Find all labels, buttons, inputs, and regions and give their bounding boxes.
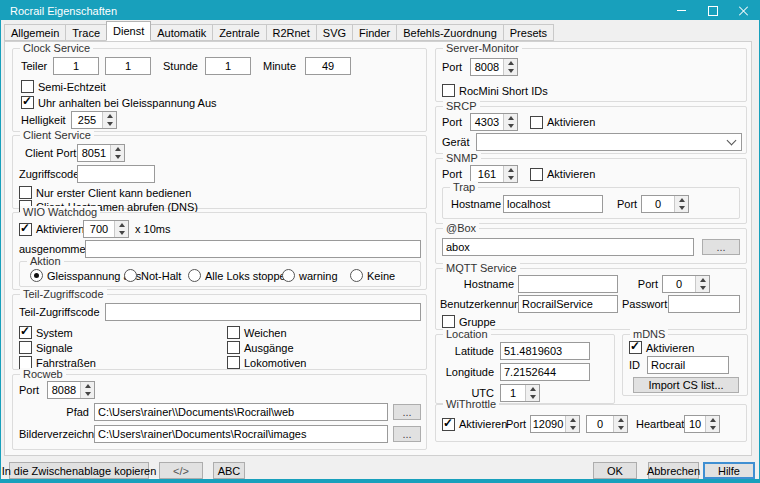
ausgaenge-checkbox[interactable]: Ausgänge bbox=[227, 341, 294, 354]
ausgenommen-field[interactable] bbox=[85, 240, 421, 258]
tab-presets[interactable]: Presets bbox=[503, 24, 554, 41]
srcp-aktivieren-checkbox[interactable]: Aktivieren bbox=[530, 116, 595, 129]
snmp-port-value[interactable] bbox=[471, 166, 503, 182]
radio-not-halt[interactable]: Not-Halt bbox=[124, 269, 181, 282]
tab-finder[interactable]: Finder bbox=[352, 24, 397, 41]
spinner-buttons[interactable] bbox=[503, 166, 517, 182]
radio-dot[interactable] bbox=[30, 269, 43, 282]
spinner-buttons[interactable] bbox=[565, 416, 579, 432]
trap-port-value[interactable] bbox=[642, 196, 674, 212]
checkbox-box[interactable] bbox=[629, 341, 642, 354]
checkbox-box[interactable] bbox=[442, 84, 455, 97]
withrottle-port2-value[interactable] bbox=[587, 416, 613, 432]
heartbeat-spinner[interactable] bbox=[684, 415, 720, 433]
passwort-field[interactable] bbox=[668, 295, 740, 313]
tab-automatik[interactable]: Automatik bbox=[150, 24, 213, 41]
withrottle-aktivieren-checkbox[interactable]: Aktivieren bbox=[442, 418, 504, 431]
spinner-buttons[interactable] bbox=[695, 276, 709, 292]
atbox-field[interactable] bbox=[442, 238, 694, 256]
lokomotiven-checkbox[interactable]: Lokomotiven bbox=[227, 356, 306, 369]
bilderverzeichnis-field[interactable] bbox=[94, 425, 388, 443]
longitude-field[interactable] bbox=[500, 363, 590, 381]
minute-field[interactable] bbox=[305, 57, 351, 75]
spinner-buttons[interactable] bbox=[613, 416, 627, 432]
teiler-field-2[interactable] bbox=[105, 57, 151, 75]
tab-trace[interactable]: Trace bbox=[65, 24, 107, 41]
code-button[interactable]: </> bbox=[159, 462, 203, 479]
radio-dot[interactable] bbox=[282, 269, 295, 282]
semi-echtzeit-checkbox[interactable]: Semi-Echtzeit bbox=[21, 80, 106, 93]
heartbeat-value[interactable] bbox=[685, 416, 705, 432]
help-button[interactable]: Hilfe bbox=[703, 462, 755, 479]
helligkeit-spinner[interactable] bbox=[71, 111, 117, 129]
withrottle-port2-spinner[interactable] bbox=[586, 415, 628, 433]
utc-value[interactable] bbox=[501, 385, 525, 401]
uhr-anhalten-checkbox[interactable]: Uhr anhalten bei Gleisspannung Aus bbox=[21, 96, 217, 109]
wio-timeout-value[interactable] bbox=[84, 221, 114, 237]
checkbox-box[interactable] bbox=[227, 356, 240, 369]
cancel-button[interactable]: Abbrechen bbox=[648, 462, 699, 479]
spinner-buttons[interactable] bbox=[503, 114, 517, 130]
wio-timeout-spinner[interactable] bbox=[83, 220, 129, 238]
spinner-buttons[interactable] bbox=[674, 196, 688, 212]
radio-keine[interactable]: Keine bbox=[350, 269, 395, 282]
abc-button[interactable]: ABC bbox=[213, 462, 245, 479]
snmp-aktivieren-checkbox[interactable]: Aktivieren bbox=[530, 168, 595, 181]
spinner-buttons[interactable] bbox=[705, 416, 719, 432]
benutzerkennung-field[interactable] bbox=[518, 295, 618, 313]
checkbox-box[interactable] bbox=[19, 326, 32, 339]
radio-alle-loks-stoppen[interactable]: Alle Loks stoppen bbox=[188, 269, 292, 282]
tab-allgemein[interactable]: Allgemein bbox=[4, 24, 66, 41]
checkbox-box[interactable] bbox=[442, 418, 455, 431]
withrottle-port-spinner[interactable] bbox=[530, 415, 580, 433]
checkbox-box[interactable] bbox=[442, 315, 455, 328]
tab-zentrale[interactable]: Zentrale bbox=[212, 24, 266, 41]
latitude-field[interactable] bbox=[500, 342, 590, 360]
rocweb-port-spinner[interactable] bbox=[47, 381, 95, 399]
stunde-field[interactable] bbox=[205, 57, 251, 75]
client-port-value[interactable] bbox=[78, 145, 110, 161]
withrottle-port-value[interactable] bbox=[531, 416, 565, 432]
system-checkbox[interactable]: System bbox=[19, 326, 73, 339]
spinner-buttons[interactable] bbox=[114, 221, 128, 237]
trap-hostname-field[interactable] bbox=[503, 195, 603, 213]
srcp-port-value[interactable] bbox=[471, 114, 503, 130]
client-port-spinner[interactable] bbox=[77, 144, 125, 162]
import-cs-list-button[interactable]: Import CS list... bbox=[633, 377, 739, 393]
maximize-button[interactable] bbox=[697, 1, 728, 20]
copy-to-clipboard-button[interactable]: In die Zwischenablage kopieren bbox=[9, 462, 149, 479]
server-monitor-port-spinner[interactable] bbox=[470, 58, 518, 76]
spinner-buttons[interactable] bbox=[110, 145, 124, 161]
srcp-port-spinner[interactable] bbox=[470, 113, 518, 131]
weichen-checkbox[interactable]: Weichen bbox=[227, 326, 287, 339]
tab-svg[interactable]: SVG bbox=[316, 24, 353, 41]
close-button[interactable] bbox=[728, 1, 759, 20]
radio-dot[interactable] bbox=[124, 269, 137, 282]
rocweb-port-value[interactable] bbox=[48, 382, 80, 398]
teiler-field-1[interactable] bbox=[53, 57, 99, 75]
spinner-buttons[interactable] bbox=[503, 59, 517, 75]
helligkeit-value[interactable] bbox=[72, 112, 102, 128]
mdns-id-field[interactable] bbox=[647, 356, 729, 374]
spinner-buttons[interactable] bbox=[102, 112, 116, 128]
spinner-buttons[interactable] bbox=[80, 382, 94, 398]
atbox-browse-button[interactable]: ... bbox=[702, 239, 740, 255]
mdns-aktivieren-checkbox[interactable]: Aktivieren bbox=[629, 341, 694, 354]
radio-warning[interactable]: warning bbox=[282, 269, 338, 282]
server-monitor-port-value[interactable] bbox=[471, 59, 503, 75]
minimize-button[interactable] bbox=[666, 1, 697, 20]
checkbox-box[interactable] bbox=[227, 326, 240, 339]
tab-r2rnet[interactable]: R2Rnet bbox=[266, 24, 317, 41]
mqtt-hostname-field[interactable] bbox=[518, 275, 618, 293]
radio-dot[interactable] bbox=[188, 269, 201, 282]
rocmini-short-ids-checkbox[interactable]: RocMini Short IDs bbox=[442, 84, 548, 97]
checkbox-box[interactable] bbox=[19, 341, 32, 354]
bilderverzeichnis-browse-button[interactable]: ... bbox=[393, 426, 421, 442]
checkbox-box[interactable] bbox=[530, 116, 543, 129]
checkbox-box[interactable] bbox=[227, 341, 240, 354]
signale-checkbox[interactable]: Signale bbox=[19, 341, 73, 354]
spinner-buttons[interactable] bbox=[525, 385, 539, 401]
ok-button[interactable]: OK bbox=[593, 462, 637, 479]
checkbox-box[interactable] bbox=[530, 168, 543, 181]
zugriffscode-field[interactable] bbox=[77, 165, 155, 183]
